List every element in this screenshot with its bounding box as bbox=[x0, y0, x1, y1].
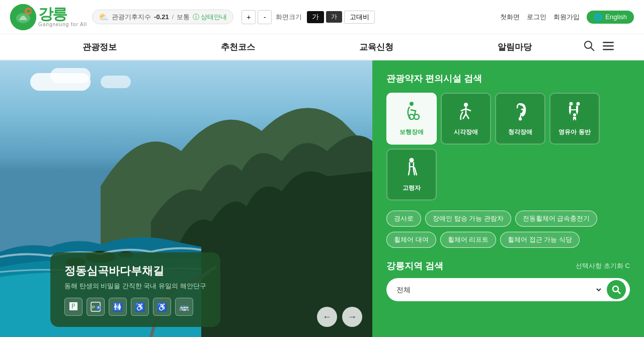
font-decrease-button[interactable]: - bbox=[258, 10, 272, 24]
hearing-label: 청각장애 bbox=[508, 128, 532, 137]
logo[interactable]: 강릉 Gangneung for All bbox=[10, 4, 87, 30]
access-card-visual[interactable]: 시각장애 bbox=[441, 93, 491, 145]
weather-status: 보통 bbox=[177, 13, 190, 22]
tag-ev-charge[interactable]: 전동휠체어 급속충전기 bbox=[515, 211, 598, 227]
visual-label: 시각장애 bbox=[454, 128, 478, 137]
brand-sub: Gangneung for All bbox=[38, 22, 87, 27]
brand-name: 강릉 bbox=[38, 7, 87, 22]
svg-point-17 bbox=[464, 103, 468, 107]
slide-navigation: ← → bbox=[317, 307, 362, 327]
svg-point-14 bbox=[410, 102, 414, 106]
hearing-icon bbox=[510, 101, 530, 125]
hero-section: 정동심곡바다부채길 동해 탄생의 비밀을 간직한 국내 유일의 해안단구 🅿 P… bbox=[0, 60, 372, 337]
svg-point-3 bbox=[585, 41, 592, 48]
font-normal-button[interactable]: 가 bbox=[307, 11, 324, 23]
svg-line-20 bbox=[466, 114, 469, 119]
next-slide-button[interactable]: → bbox=[342, 307, 362, 327]
mobility-label: 보행장애 bbox=[399, 128, 424, 137]
logo-circle bbox=[10, 4, 36, 30]
weather-info-button[interactable]: ⓘ 상태안내 bbox=[193, 13, 227, 22]
elderly-label: 고령자 bbox=[403, 184, 421, 192]
reset-button[interactable]: 선택사항 초기화 C bbox=[576, 261, 630, 271]
font-small-button[interactable]: 가 bbox=[326, 11, 342, 23]
region-search-bar: 전체 강릉시내 경포 주문진 정동진 bbox=[386, 278, 630, 301]
nav-item-notice[interactable]: 알림마당 bbox=[445, 34, 584, 60]
svg-text:P: P bbox=[92, 305, 95, 310]
region-search-button[interactable] bbox=[607, 280, 626, 299]
svg-text:♿: ♿ bbox=[96, 305, 101, 310]
infant-icon bbox=[565, 101, 585, 125]
tag-wheelchair-lift[interactable]: 휠체어 리프트 bbox=[440, 232, 497, 248]
weather-label: 관광기후지수 bbox=[112, 13, 151, 22]
font-controls: + - 화면크기 bbox=[242, 10, 302, 24]
visual-icon bbox=[456, 101, 476, 125]
caption-icons: 🅿 P ♿ 🚻 ♿ ♿ 🚌 bbox=[64, 298, 206, 316]
main-content: 정동심곡바다부채길 동해 탄생의 비밀을 간직한 국내 유일의 해안단구 🅿 P… bbox=[0, 60, 644, 337]
prev-slide-button[interactable]: ← bbox=[317, 307, 337, 327]
tag-ramp[interactable]: 경사로 bbox=[386, 211, 421, 227]
facility-icon-bus: 🚌 bbox=[175, 298, 193, 316]
tag-wheelchair-rental[interactable]: 휠체어 대여 bbox=[386, 232, 436, 248]
svg-rect-5 bbox=[603, 42, 614, 43]
right-panel: 관광약자 편의시설 검색 보행장애 bbox=[372, 60, 644, 337]
nav-item-recommend[interactable]: 추천코스 bbox=[169, 34, 307, 60]
facility-icon-accessible2: ♿ bbox=[153, 298, 171, 316]
header-right: 첫화면 로그인 회원가입 🌐 English bbox=[500, 11, 634, 24]
navigation: 관광정보 추천코스 교육신청 알림마당 bbox=[0, 34, 644, 60]
brand-block: 강릉 Gangneung for All bbox=[38, 7, 87, 27]
facility-search-title: 관광약자 편의시설 검색 bbox=[386, 73, 630, 85]
home-link[interactable]: 첫화면 bbox=[500, 13, 520, 22]
tags-row-1: 경사로 장애인 탑승 가능 관람차 전동휠체어 급속충전기 bbox=[386, 211, 630, 227]
tag-accessible-restaurant[interactable]: 휠체어 접근 가능 식당 bbox=[500, 232, 580, 248]
svg-point-22 bbox=[570, 102, 573, 106]
weather-divider: / bbox=[172, 13, 174, 21]
info-icon: ⓘ bbox=[193, 13, 199, 22]
caption-box: 정동심곡바다부채길 동해 탄생의 비밀을 간직한 국내 유일의 해안단구 🅿 P… bbox=[50, 252, 220, 327]
svg-rect-7 bbox=[603, 49, 614, 50]
tag-accessible-ride[interactable]: 장애인 탑승 가능 관람차 bbox=[425, 211, 511, 227]
svg-line-19 bbox=[463, 114, 466, 119]
svg-line-28 bbox=[618, 291, 621, 294]
elderly-icon bbox=[401, 157, 422, 181]
accessibility-grid: 보행장애 시각장애 bbox=[386, 93, 630, 200]
infant-label: 영유아 동반 bbox=[558, 128, 590, 137]
info-label: 상태안내 bbox=[201, 13, 227, 22]
svg-point-16 bbox=[414, 114, 419, 119]
weather-value: -0.21 bbox=[154, 13, 169, 21]
access-card-mobility[interactable]: 보행장애 bbox=[386, 93, 437, 145]
globe-icon: 🌐 bbox=[594, 13, 602, 21]
svg-point-24 bbox=[573, 113, 576, 116]
english-label: English bbox=[605, 13, 627, 21]
nav-item-tour[interactable]: 관광정보 bbox=[30, 34, 169, 60]
contrast-button[interactable]: 고대비 bbox=[344, 11, 375, 24]
nav-item-education[interactable]: 교육신청 bbox=[307, 34, 445, 60]
facility-icon-parking: 🅿 bbox=[64, 298, 83, 316]
join-link[interactable]: 회원가입 bbox=[553, 13, 580, 22]
facility-icon-disabled-parking: P ♿ bbox=[87, 298, 105, 316]
access-card-infant[interactable]: 영유아 동반 bbox=[549, 93, 600, 145]
facility-icon-accessible: ♿ bbox=[131, 298, 149, 316]
nav-icons bbox=[584, 40, 614, 54]
access-card-hearing[interactable]: 청각장애 bbox=[495, 93, 545, 145]
caption-title: 정동심곡바다부채길 bbox=[64, 263, 206, 279]
menu-icon-button[interactable] bbox=[603, 40, 614, 54]
font-increase-button[interactable]: + bbox=[242, 10, 256, 24]
caption-description: 동해 탄생의 비밀을 간직한 국내 유일의 해안단구 bbox=[64, 282, 206, 291]
access-card-elderly[interactable]: 고령자 bbox=[386, 149, 437, 200]
svg-point-21 bbox=[519, 118, 521, 120]
svg-line-4 bbox=[591, 47, 594, 51]
weather-icon: ⛅ bbox=[99, 12, 109, 22]
svg-point-23 bbox=[577, 102, 580, 106]
svg-rect-6 bbox=[603, 45, 614, 47]
mobility-icon bbox=[401, 101, 422, 125]
region-select[interactable]: 전체 강릉시내 경포 주문진 정동진 bbox=[394, 285, 603, 294]
region-search-title: 강릉지역 검색 bbox=[386, 260, 443, 272]
svg-point-27 bbox=[613, 286, 618, 292]
english-button[interactable]: 🌐 English bbox=[587, 11, 634, 24]
login-link[interactable]: 로그인 bbox=[527, 13, 546, 22]
search-icon-button[interactable] bbox=[584, 40, 595, 54]
svg-point-26 bbox=[410, 158, 414, 163]
region-search-header: 강릉지역 검색 선택사항 초기화 C bbox=[386, 260, 630, 272]
font-size-buttons: 가 가 고대비 bbox=[307, 11, 375, 24]
header: 강릉 Gangneung for All ⛅ 관광기후지수 -0.21 / 보통… bbox=[0, 0, 644, 34]
